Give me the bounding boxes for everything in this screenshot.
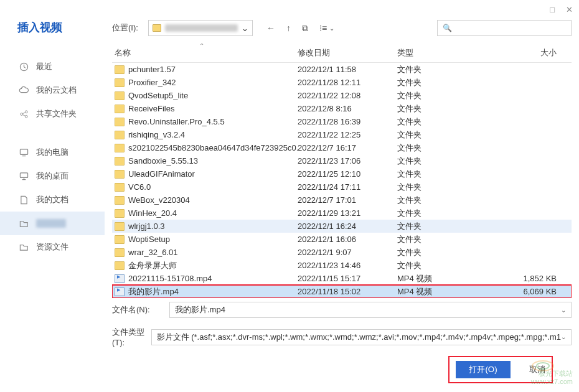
video-icon [115, 287, 125, 296]
sidebar-item-1[interactable]: 我的云文档 [0, 78, 105, 102]
sidebar-item-label: 我的桌面 [36, 170, 68, 182]
window-controls: □ ✕ [550, 5, 573, 14]
folder-icon [19, 220, 29, 228]
folder-icon [115, 248, 125, 257]
file-date: 2022/11/22 12:08 [298, 91, 397, 100]
file-row[interactable]: VC6.02022/11/24 17:11文件夹 [112, 180, 572, 194]
file-date: 2022/12/1 11:58 [298, 65, 397, 74]
header-name[interactable]: ⌃ 名称 [112, 47, 298, 58]
sidebar-item-label: 我的电脑 [36, 147, 68, 158]
file-type: 文件夹 [397, 182, 477, 193]
sidebar-item-3[interactable]: 我的电脑 [0, 141, 105, 164]
file-row[interactable]: Sandboxie_5.55.132022/11/23 17:06文件夹 [112, 154, 572, 167]
file-date: 2022/11/28 12:11 [298, 78, 397, 87]
sidebar-item-2[interactable]: 共享文件夹 [0, 102, 105, 126]
desktop-icon [19, 172, 29, 180]
maximize-button[interactable]: □ [550, 5, 555, 14]
filetype-select[interactable]: 影片文件 (*.asf;*.asx;*.dvr-ms;*.wpl;*.wm;*.… [151, 329, 572, 345]
back-button[interactable]: ← [266, 23, 275, 33]
file-row[interactable]: QvodSetup5_lite2022/11/22 12:08文件夹 [112, 89, 572, 102]
sidebar-item-label: 我的云文档 [36, 85, 77, 96]
file-row[interactable]: WoptiSetup2022/12/1 16:06文件夹 [112, 233, 572, 246]
sidebar-item-label [36, 219, 66, 228]
pc-icon [19, 148, 29, 157]
location-dropdown[interactable]: ⌄ [148, 20, 253, 36]
sidebar-item-label: 我的文档 [36, 194, 68, 205]
file-name: wrar_32_6.01 [128, 248, 178, 257]
folder-icon [115, 91, 125, 100]
sidebar-item-4[interactable]: 我的桌面 [0, 164, 105, 188]
cloud-icon [19, 86, 29, 95]
location-label: 位置(I): [112, 22, 138, 34]
file-row[interactable]: WeBox_v2203042022/12/7 17:01文件夹 [112, 194, 572, 207]
file-row[interactable]: s2021022545b8230baea04647d34fe723925c0..… [112, 141, 572, 154]
chevron-down-icon[interactable]: ⌄ [561, 334, 566, 340]
view-button[interactable]: ⁝≡ [319, 23, 327, 33]
folder-icon [115, 183, 125, 192]
sidebar-item-5[interactable]: 我的文档 [0, 188, 105, 212]
sidebar-item-label: 最近 [36, 61, 52, 72]
folder-icon [19, 243, 29, 251]
filename-input[interactable]: 我的影片.mp4 ⌄ [169, 302, 572, 318]
svg-rect-5 [20, 173, 27, 178]
file-date: 2022/11/23 14:46 [298, 261, 397, 270]
share-icon [19, 110, 29, 119]
column-headers: ⌃ 名称 修改日期 类型 大小 [112, 44, 572, 63]
sidebar-item-6[interactable] [0, 212, 105, 235]
folder-icon [153, 24, 161, 32]
sidebar-item-0[interactable]: 最近 [0, 55, 105, 78]
folder-icon [115, 144, 125, 152]
file-name: WinHex_20.4 [128, 208, 177, 218]
file-row[interactable]: 金舟录屏大师2022/11/23 14:46文件夹 [112, 259, 572, 272]
header-size[interactable]: 大小 [477, 47, 572, 58]
file-row[interactable]: rishiqing_v3.2.42022/11/22 12:25文件夹 [112, 128, 572, 141]
close-button[interactable]: ✕ [566, 5, 573, 14]
file-type: 文件夹 [397, 90, 477, 101]
file-size: 6,069 KB [477, 287, 572, 296]
file-row[interactable]: Proxifier_3422022/11/28 12:11文件夹 [112, 76, 572, 89]
file-row[interactable]: wrar_32_6.012022/12/1 9:07文件夹 [112, 246, 572, 259]
file-row[interactable]: 我的影片.mp42022/11/18 15:02MP4 视频6,069 KB [112, 285, 572, 298]
file-row[interactable]: Revo.Uninstaller.Pro_4.5.52022/11/28 16:… [112, 115, 572, 128]
file-type: MP4 视频 [397, 273, 477, 284]
file-type: 文件夹 [397, 77, 477, 88]
file-type: 文件夹 [397, 169, 477, 180]
search-icon: 🔍 [443, 24, 452, 32]
file-row[interactable]: pchunter1.572022/12/1 11:58文件夹 [112, 63, 572, 76]
file-type: 文件夹 [397, 234, 477, 245]
new-folder-button[interactable]: ⧉ [302, 23, 308, 34]
up-button[interactable]: ↑ [286, 23, 291, 33]
dropdown-caret-icon: ⌄ [242, 24, 248, 33]
sidebar-item-7[interactable]: 资源文件 [0, 235, 105, 259]
bottom-panel: 文件名(N): 我的影片.mp4 ⌄ 文件类型(T): 影片文件 (*.asf;… [112, 302, 572, 383]
file-type: 文件夹 [397, 116, 477, 128]
header-date[interactable]: 修改日期 [298, 47, 397, 58]
search-input[interactable]: 🔍 [437, 20, 572, 36]
file-date: 2022/12/7 16:17 [298, 143, 397, 152]
svg-point-2 [25, 110, 27, 113]
folder-icon [115, 261, 125, 270]
file-name: VC6.0 [128, 182, 151, 192]
file-date: 2022/12/1 16:24 [298, 222, 397, 231]
sort-indicator-icon: ⌃ [199, 44, 204, 49]
file-date: 2022/11/28 16:39 [298, 117, 397, 126]
open-button[interactable]: 打开(O) [456, 361, 511, 378]
folder-icon [115, 170, 125, 179]
folder-icon [115, 131, 125, 139]
file-row[interactable]: 20221115-151708.mp42022/11/15 15:17MP4 视… [112, 272, 572, 285]
video-icon [115, 274, 125, 283]
file-name: pchunter1.57 [128, 65, 176, 74]
chevron-down-icon[interactable]: ⌄ [561, 307, 566, 314]
file-date: 2022/12/1 16:06 [298, 235, 397, 244]
file-row[interactable]: UleadGIFAnimator2022/11/25 12:10文件夹 [112, 167, 572, 180]
file-row[interactable]: wlrjgj1.0.32022/12/1 16:24文件夹 [112, 220, 572, 233]
file-date: 2022/11/18 15:02 [298, 287, 397, 296]
file-row[interactable]: ReceiveFiles2022/12/8 8:16文件夹 [112, 102, 572, 115]
header-type[interactable]: 类型 [397, 47, 477, 58]
file-name: Sandboxie_5.55.13 [128, 156, 198, 166]
sidebar-item-label: 共享文件夹 [36, 108, 77, 119]
file-row[interactable]: WinHex_20.42022/11/29 13:21文件夹 [112, 207, 572, 220]
view-caret-icon[interactable]: ⌄ [329, 25, 334, 32]
file-name: WeBox_v220304 [128, 195, 190, 205]
file-list[interactable]: pchunter1.572022/12/1 11:58文件夹Proxifier_… [112, 63, 572, 298]
